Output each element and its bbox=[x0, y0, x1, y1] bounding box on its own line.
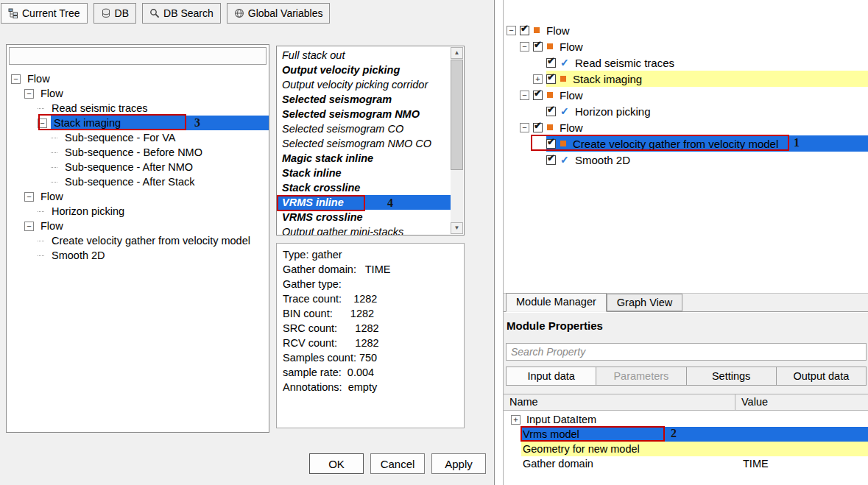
scroll-up-button[interactable]: ▲ bbox=[451, 47, 463, 59]
apply-button[interactable]: Apply bbox=[431, 453, 486, 474]
tree-item-subsequence-before-nmo[interactable]: Sub-sequence - Before NMO bbox=[7, 145, 269, 160]
tree-collapse-icon[interactable]: − bbox=[520, 42, 529, 52]
tab-output-data[interactable]: Output data bbox=[776, 367, 867, 386]
info-line: Annotations: empty bbox=[283, 380, 458, 394]
tab-db-search[interactable]: DB Search bbox=[142, 3, 221, 24]
dataset-item[interactable]: Selected seismogram CO bbox=[278, 121, 451, 136]
dataset-item[interactable]: Output gather mini-stacks bbox=[278, 224, 451, 236]
tree-item-create-velocity-gather[interactable]: Create velocity gather from velocity mod… bbox=[7, 233, 269, 248]
tree-item-flow[interactable]: − Flow bbox=[7, 189, 269, 204]
tree-collapse-icon[interactable]: − bbox=[24, 222, 34, 231]
checkbox-checked[interactable]: ✔ bbox=[533, 42, 543, 52]
dataset-item[interactable]: Full stack out bbox=[278, 48, 451, 63]
tree-item-read-seismic-traces[interactable]: Read seismic traces bbox=[7, 101, 269, 116]
tree-item-flow[interactable]: − Flow bbox=[7, 219, 269, 233]
tree-connector bbox=[38, 241, 44, 241]
flow-tree-label: Read seismic traces bbox=[573, 57, 677, 69]
tree-collapse-icon[interactable]: − bbox=[507, 26, 516, 35]
checkbox-checked[interactable]: ✔ bbox=[546, 155, 556, 165]
tree-item-stack-imaging[interactable]: − Stack imaging bbox=[7, 116, 269, 130]
tab-global-variables[interactable]: Global Variables bbox=[227, 3, 331, 24]
tree-collapse-icon[interactable]: − bbox=[520, 91, 529, 100]
flow-tree-item-flow[interactable]: − ✔ Flow bbox=[504, 38, 868, 54]
property-name: Geometry for new model bbox=[523, 443, 735, 455]
tree-connector bbox=[504, 456, 521, 471]
tab-graph-view[interactable]: Graph View bbox=[607, 294, 683, 311]
scroll-down-button[interactable]: ▼ bbox=[451, 222, 463, 234]
flow-tree-item-smooth-2d[interactable]: ✔ ✓ Smooth 2D bbox=[504, 152, 868, 168]
tree-expand-icon[interactable]: + bbox=[533, 74, 543, 84]
tab-settings[interactable]: Settings bbox=[686, 367, 777, 386]
checkbox-checked[interactable]: ✔ bbox=[533, 91, 543, 100]
flow-tree-item-stack-imaging[interactable]: + ✔ Stack imaging bbox=[504, 71, 868, 87]
property-value: TIME bbox=[735, 458, 769, 470]
tree-collapse-icon[interactable]: − bbox=[11, 74, 21, 84]
project-tree: − Flow − Flow Read seismic traces − Stac… bbox=[7, 71, 269, 263]
scrollbar-thumb[interactable] bbox=[451, 60, 463, 170]
property-tab-bar: Input data Parameters Settings Output da… bbox=[506, 367, 867, 386]
project-tree-panel: − Flow − Flow Read seismic traces − Stac… bbox=[6, 44, 269, 433]
checkbox-checked[interactable]: ✔ bbox=[546, 139, 556, 149]
dataset-item[interactable]: VRMS crossline bbox=[278, 210, 451, 224]
tree-item-subsequence-after-nmo[interactable]: Sub-sequence - After NMO bbox=[7, 160, 269, 174]
tree-collapse-icon[interactable]: − bbox=[24, 192, 34, 202]
tree-item-subsequence-for-va[interactable]: Sub-sequence - For VA bbox=[7, 130, 269, 145]
tree-collapse-icon[interactable]: − bbox=[24, 89, 34, 99]
cancel-button[interactable]: Cancel bbox=[370, 453, 425, 474]
tree-filter-input[interactable] bbox=[9, 47, 267, 65]
table-row-vrms-model[interactable]: Vrms model bbox=[504, 427, 868, 442]
scrollbar[interactable]: ▲ ▼ bbox=[451, 47, 463, 234]
module-status-check-icon: ✓ bbox=[560, 106, 570, 116]
info-line: Gather type: bbox=[283, 277, 458, 291]
tab-module-manager[interactable]: Module Manager bbox=[506, 293, 607, 312]
table-row-input-dataitem[interactable]: + Input DataItem bbox=[504, 412, 868, 427]
tab-input-data[interactable]: Input data bbox=[506, 367, 596, 386]
checkbox-checked[interactable]: ✔ bbox=[533, 123, 543, 132]
dataset-item[interactable]: Output velocity picking bbox=[278, 63, 451, 77]
tab-db[interactable]: DB bbox=[93, 3, 136, 24]
checkbox-checked[interactable]: ✔ bbox=[520, 26, 529, 35]
tree-item-label: Sub-sequence - After NMO bbox=[62, 161, 196, 173]
dataset-item[interactable]: Stack inline bbox=[278, 166, 451, 180]
flow-icon bbox=[560, 76, 566, 82]
module-properties-section: Module Properties Input data Parameters … bbox=[504, 313, 868, 485]
checkbox-checked[interactable]: ✔ bbox=[546, 107, 556, 116]
tree-item-horizon-picking[interactable]: Horizon picking bbox=[7, 204, 269, 219]
tree-item-smooth-2d[interactable]: Smooth 2D bbox=[7, 248, 269, 263]
flow-tree-item-horizon-picking[interactable]: ✔ ✓ Horizon picking bbox=[504, 103, 868, 119]
info-line: BIN count: 1282 bbox=[283, 306, 458, 321]
tree-item-subsequence-after-stack[interactable]: Sub-sequence - After Stack bbox=[7, 174, 269, 189]
tree-connector bbox=[51, 138, 57, 138]
tree-expand-icon[interactable]: + bbox=[511, 415, 521, 425]
dataset-item[interactable]: Magic stack inline bbox=[278, 151, 451, 166]
info-line: Gather domain: TIME bbox=[283, 262, 458, 277]
ok-button[interactable]: OK bbox=[309, 453, 364, 474]
column-header-value[interactable]: Value bbox=[735, 394, 868, 410]
tree-connector bbox=[504, 427, 521, 442]
checkbox-checked[interactable]: ✔ bbox=[546, 58, 556, 68]
check-icon: ✔ bbox=[521, 24, 529, 33]
dataset-item[interactable]: Selected seismogram NMO bbox=[278, 107, 451, 121]
dataset-item[interactable]: Selected seismogram bbox=[278, 92, 451, 107]
dataset-item[interactable]: Stack crossline bbox=[278, 180, 451, 195]
dataset-item[interactable]: Selected seismogram NMO CO bbox=[278, 136, 451, 151]
property-search-input[interactable] bbox=[506, 343, 867, 361]
column-header-name[interactable]: Name bbox=[504, 394, 735, 410]
tree-collapse-icon[interactable]: − bbox=[520, 123, 529, 132]
tree-item-flow[interactable]: − Flow bbox=[7, 86, 269, 101]
checkbox-checked[interactable]: ✔ bbox=[546, 74, 556, 84]
flow-tree-item-flow[interactable]: − ✔ Flow bbox=[504, 119, 868, 135]
dataset-item-selected[interactable]: VRMS inline bbox=[278, 195, 451, 210]
flow-tree-item-create-velocity-gather[interactable]: ✔ Create velocity gather from velocity m… bbox=[504, 135, 868, 152]
flow-tree-item-read-seismic-traces[interactable]: ✔ ✓ Read seismic traces bbox=[504, 54, 868, 71]
tree-item-flow[interactable]: − Flow bbox=[7, 71, 269, 86]
flow-tree-item-flow[interactable]: − ✔ Flow bbox=[504, 22, 868, 38]
table-row-geometry-for-new-model[interactable]: Geometry for new model bbox=[504, 442, 868, 456]
tree-collapse-icon[interactable]: − bbox=[38, 118, 47, 128]
flow-tree-item-flow[interactable]: − ✔ Flow bbox=[504, 87, 868, 103]
dataset-item[interactable]: Output velocity picking corridor bbox=[278, 77, 451, 92]
info-line: Samples count: 750 bbox=[283, 350, 458, 365]
table-row-gather-domain[interactable]: Gather domain TIME bbox=[504, 456, 868, 471]
selected-row-highlight: Stack imaging bbox=[51, 116, 269, 130]
tab-current-tree[interactable]: Current Tree bbox=[1, 3, 88, 24]
